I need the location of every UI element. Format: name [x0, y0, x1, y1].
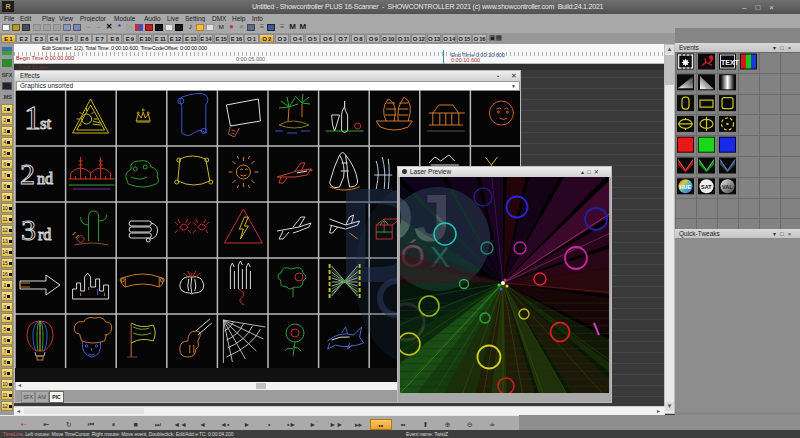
svg-text:st: st: [40, 114, 52, 133]
svg-text:nd: nd: [37, 170, 53, 187]
svg-text:rd: rd: [38, 226, 51, 243]
svg-text:2: 2: [20, 157, 35, 190]
svg-text:VAL: VAL: [722, 184, 733, 190]
svg-text:1: 1: [24, 99, 41, 136]
svg-text:HUE: HUE: [680, 184, 692, 190]
svg-text:3: 3: [21, 213, 36, 246]
svg-text:SAT: SAT: [701, 184, 712, 190]
svg-text:TEXT: TEXT: [721, 59, 740, 66]
